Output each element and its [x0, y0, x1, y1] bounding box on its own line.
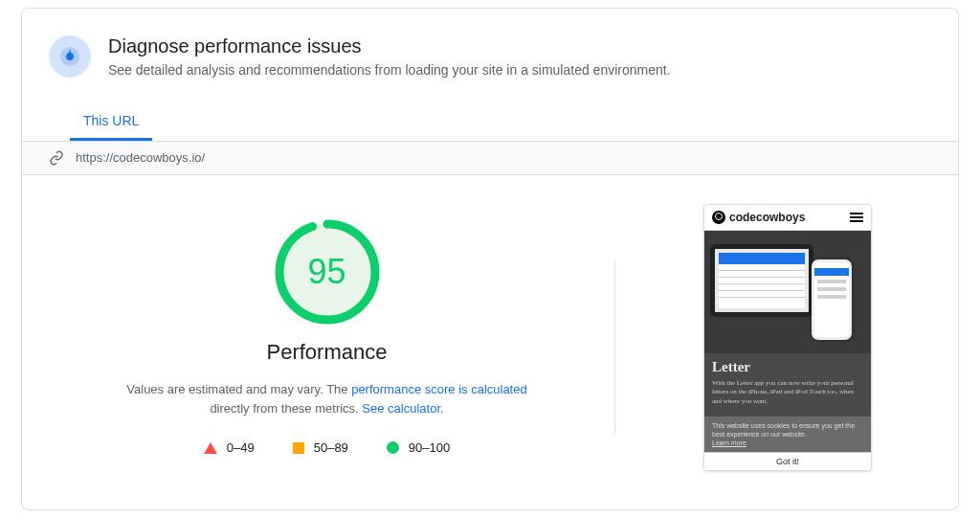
vertical-divider — [614, 261, 615, 434]
site-preview: codecowboys — [644, 204, 931, 472]
preview-frame: codecowboys — [703, 204, 872, 472]
card-title: Diagnose performance issues — [108, 35, 671, 57]
tabs: This URL — [22, 103, 958, 141]
triangle-icon — [204, 442, 217, 454]
tablet-mockup — [710, 244, 813, 317]
score-calc-link[interactable]: performance score is calculated — [351, 382, 527, 396]
card-subtitle: See detailed analysis and recommendation… — [108, 61, 671, 80]
legend-average: 50–89 — [293, 440, 348, 455]
circle-icon — [387, 441, 399, 454]
link-icon — [49, 150, 64, 166]
performance-gauge: 95 — [275, 219, 380, 325]
cookie-accept-button[interactable]: Got it! — [704, 452, 871, 470]
performance-panel: 95 Performance Values are estimated and … — [49, 204, 605, 456]
preview-hero — [704, 231, 871, 353]
preview-hero-title: Letter — [712, 359, 863, 375]
compass-icon — [49, 35, 91, 78]
cookie-banner: This website uses cookies to ensure you … — [704, 417, 871, 452]
cookie-learn-more-link[interactable]: Learn more — [712, 439, 746, 446]
diagnose-card: Diagnose performance issues See detailed… — [21, 8, 959, 510]
preview-hero-text: With the Letter app you can now write yo… — [712, 379, 863, 407]
phone-mockup — [812, 259, 852, 340]
preview-brand: codecowboys — [712, 211, 805, 224]
score-legend: 0–49 50–89 90–100 — [204, 440, 450, 455]
performance-description: Values are estimated and may vary. The p… — [126, 380, 528, 420]
card-header: Diagnose performance issues See detailed… — [22, 9, 958, 90]
url-text: https://codecowboys.io/ — [76, 150, 205, 165]
square-icon — [293, 442, 304, 454]
hamburger-icon[interactable] — [850, 213, 863, 222]
performance-label: Performance — [267, 340, 388, 365]
url-bar: https://codecowboys.io/ — [22, 141, 958, 175]
performance-score: 95 — [275, 219, 380, 325]
legend-pass: 90–100 — [387, 440, 450, 455]
preview-logo-icon — [712, 211, 725, 224]
see-calculator-link[interactable]: See calculator. — [362, 401, 443, 416]
legend-fail: 0–49 — [204, 440, 255, 455]
tab-this-url[interactable]: This URL — [70, 103, 152, 141]
